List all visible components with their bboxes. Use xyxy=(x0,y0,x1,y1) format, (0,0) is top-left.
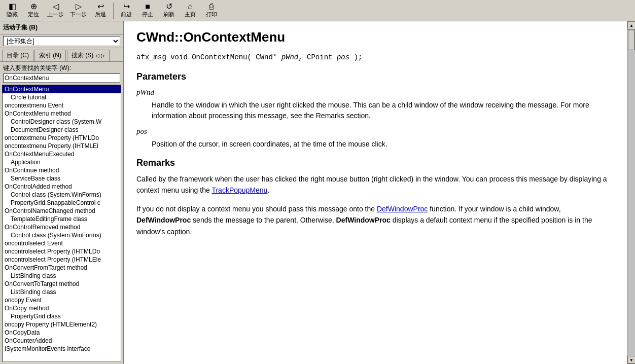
search-input[interactable] xyxy=(3,74,120,83)
tree-item[interactable]: oncontrolselect Event xyxy=(3,239,121,247)
stop-button[interactable]: ■ 停止 xyxy=(137,1,158,20)
tree-item[interactable]: Application xyxy=(3,158,121,166)
tree-item[interactable]: oncontextmenu Property (HTMLDo xyxy=(3,134,121,142)
tree-item[interactable]: oncopy Property (HTMLElement2) xyxy=(3,320,121,329)
home-icon: ⌂ xyxy=(188,3,193,11)
param-pWnd-desc: Handle to the window in which the user r… xyxy=(152,100,615,121)
main-container: 活动子集 (B) [全部集合] 目录 (C) 索引 (N) 搜索 (S) ◁ ▷… xyxy=(0,21,635,364)
tree-item[interactable]: PropertyGrid class xyxy=(3,312,121,320)
refresh-button[interactable]: ↺ 刷新 xyxy=(159,1,179,20)
tree-item[interactable]: OnControlAdded method xyxy=(3,183,121,191)
forward-button[interactable]: ↪ 前进 xyxy=(116,1,136,20)
tree-item[interactable]: oncopy Event xyxy=(3,296,121,304)
remarks-para1: Called by the framework when the user ha… xyxy=(136,173,615,196)
tree-item[interactable]: OnContextMenuExecuted xyxy=(3,150,121,158)
search-nav-left[interactable]: ◁ xyxy=(95,53,99,58)
tree-item[interactable]: PropertyGrid.SnappableControl c xyxy=(3,199,121,207)
sidebar-tabs: 目录 (C) 索引 (N) 搜索 (S) ◁ ▷ xyxy=(0,48,123,62)
tree-item[interactable]: OnConvertFromTarget method xyxy=(3,264,121,272)
tree-item[interactable]: oncontrolselect Property (IHTMLEle xyxy=(3,256,121,264)
tab-index[interactable]: 索引 (N) xyxy=(34,50,66,61)
toolbar: ◧ 隐藏 ⊕ 定位 ◁ 上一步 ▷ 下一步 ↩ 后退 ↪ 前进 ■ 停止 ↺ 刷… xyxy=(0,0,635,21)
param-pos-desc: Position of the cursor, in screen coordi… xyxy=(152,139,615,150)
prev-button[interactable]: ◁ 上一步 xyxy=(45,1,66,20)
tree-item[interactable]: Control class (System.WinForms) xyxy=(3,231,121,239)
sidebar: 活动子集 (B) [全部集合] 目录 (C) 索引 (N) 搜索 (S) ◁ ▷… xyxy=(0,21,124,364)
tree-item[interactable]: DocumentDesigner class xyxy=(3,126,121,134)
tree-item[interactable]: Control class (System.WinForms) xyxy=(3,191,121,199)
tree-item[interactable]: OnContextMenu method xyxy=(3,110,121,118)
stop-icon: ■ xyxy=(145,3,150,11)
subset-dropdown-container: [全部集合] xyxy=(0,34,123,48)
param-pos-name: pos xyxy=(136,127,615,136)
hide-button[interactable]: ◧ 隐藏 xyxy=(2,1,22,20)
search-box-container xyxy=(0,74,123,85)
tab-search[interactable]: 搜索 (S) ◁ ▷ xyxy=(67,50,110,61)
tree-item[interactable]: OnContinue method xyxy=(3,166,121,174)
tree-item[interactable]: OnControlRemoved method xyxy=(3,223,121,231)
tree-container: OnContextMenuCircle tutorialoncontextmen… xyxy=(2,85,121,362)
tree-item[interactable]: ControlDesigner class (System.W xyxy=(3,118,121,126)
tree-item[interactable]: ListBinding class xyxy=(3,272,121,280)
scroll-up-button[interactable]: ▲ xyxy=(627,21,635,29)
locate-icon: ⊕ xyxy=(30,3,37,11)
tab-toc[interactable]: 目录 (C) xyxy=(2,50,33,61)
tree-item[interactable]: OnCopyData xyxy=(3,329,121,337)
toolbar-separator xyxy=(113,3,114,19)
active-set-header: 活动子集 (B) xyxy=(0,21,123,34)
search-label: 键入要查找的关键字 (W): xyxy=(0,62,123,74)
next-button[interactable]: ▷ 下一步 xyxy=(67,1,89,20)
tree-item[interactable]: OnConvertToTarget method xyxy=(3,280,121,288)
content-signature: afx_msg void OnContextMenu( CWnd* pWnd, … xyxy=(136,53,615,61)
content-scrollbar: ▲ ▼ xyxy=(627,21,635,364)
tree-item[interactable]: ISystemMonitorEvents interface xyxy=(3,345,121,353)
scroll-track xyxy=(627,29,635,356)
prev-icon: ◁ xyxy=(53,3,59,11)
back-button[interactable]: ↩ 后退 xyxy=(90,1,111,20)
hide-icon: ◧ xyxy=(9,3,16,11)
locate-button[interactable]: ⊕ 定位 xyxy=(23,1,44,20)
def-window-proc-link[interactable]: DefWindowProc xyxy=(377,205,428,213)
remarks-title: Remarks xyxy=(136,158,615,168)
forward-icon: ↪ xyxy=(123,3,130,11)
next-icon: ▷ xyxy=(76,3,82,11)
print-icon: ⎙ xyxy=(209,3,214,11)
back-icon: ↩ xyxy=(97,3,104,11)
tree-item[interactable]: TemplateEditingFrame class xyxy=(3,215,121,223)
scroll-thumb[interactable] xyxy=(628,30,635,50)
parameters-title: Parameters xyxy=(136,71,615,82)
tree-item[interactable]: OnContextMenu xyxy=(3,85,121,93)
search-nav-right[interactable]: ▷ xyxy=(101,53,105,58)
tree-item[interactable]: OnCopy method xyxy=(3,304,121,312)
track-popup-menu-link[interactable]: TrackPopupMenu xyxy=(211,186,267,194)
tree-item[interactable]: ListBinding class xyxy=(3,288,121,296)
tree-item[interactable]: Circle tutorial xyxy=(3,93,121,101)
tree-item[interactable]: oncontextmenu Property (IHTMLEl xyxy=(3,142,121,150)
print-button[interactable]: ⎙ 打印 xyxy=(201,1,222,20)
active-set-label: 活动子集 (B) xyxy=(3,23,38,32)
scroll-down-button[interactable]: ▼ xyxy=(627,356,635,364)
home-button[interactable]: ⌂ 主页 xyxy=(180,1,200,20)
remarks-para2: If you do not display a context menu you… xyxy=(136,203,615,237)
content-area: CWnd::OnContextMenu afx_msg void OnConte… xyxy=(124,21,627,364)
param-pWnd-name: pWnd xyxy=(136,88,615,97)
content-title: CWnd::OnContextMenu xyxy=(136,29,615,45)
tree-list: OnContextMenuCircle tutorialoncontextmen… xyxy=(2,85,121,362)
tree-item[interactable]: oncontextmenu Event xyxy=(3,101,121,110)
tree-item[interactable]: ServiceBase class xyxy=(3,174,121,183)
tree-item[interactable]: OnControlNameChanged method xyxy=(3,207,121,215)
tree-item[interactable]: OnCounterAdded xyxy=(3,337,121,345)
tree-item[interactable]: oncontrolselect Property (IHTMLDo xyxy=(3,247,121,256)
subset-dropdown[interactable]: [全部集合] xyxy=(3,36,120,46)
refresh-icon: ↺ xyxy=(166,3,172,11)
